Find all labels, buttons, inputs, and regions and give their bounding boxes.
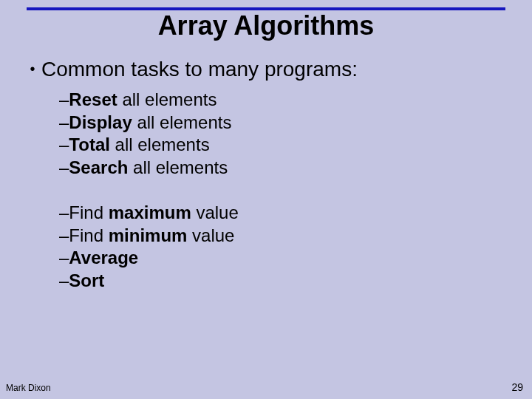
item-pre: Find [69,225,108,245]
item-rest: all elements [110,134,210,154]
dash-icon: – [59,247,69,270]
list-item: – Find minimum value [59,225,508,248]
slide-content: •Common tasks to many programs: – Reset … [24,58,508,293]
item-rest: value [191,202,239,222]
item-rest: value [187,225,234,245]
item-pre: Find [69,202,108,222]
slide-title: Array Algorithms [0,10,532,41]
dash-icon: – [59,225,69,248]
dash-icon: – [59,202,69,225]
bullet-dot-icon: • [24,61,41,78]
dash-icon: – [59,89,69,112]
item-bold: Reset [69,89,117,109]
item-bold: Total [69,134,110,154]
footer-author: Mark Dixon [6,383,51,393]
sublist-group-1: – Reset all elements – Display all eleme… [59,89,508,180]
dash-icon: – [59,270,69,293]
dash-icon: – [59,134,69,157]
list-item: – Display all elements [59,112,508,134]
list-item: – Sort [59,270,508,293]
item-bold: minimum [109,225,188,245]
item-bold: Average [69,248,138,267]
item-bold: Display [69,112,132,132]
footer-page-number: 29 [511,381,523,393]
list-item: – Reset all elements [59,89,508,112]
list-item: – Search all elements [59,157,508,180]
item-bold: Sort [69,270,104,290]
dash-icon: – [59,112,69,134]
list-item: – Find maximum value [59,202,508,225]
item-rest: all elements [117,89,217,109]
sublist-group-2: – Find maximum value – Find minimum valu… [59,202,508,293]
item-bold: maximum [109,202,191,222]
item-bold: Search [69,157,128,177]
list-item: – Total all elements [59,134,508,157]
item-rest: all elements [128,157,228,177]
dash-icon: – [59,157,69,180]
spacer [24,180,508,202]
item-rest: all elements [132,112,232,132]
list-item: – Average [59,247,508,270]
bullet-main: •Common tasks to many programs: [24,58,508,81]
bullet-main-text: Common tasks to many programs: [41,58,358,81]
